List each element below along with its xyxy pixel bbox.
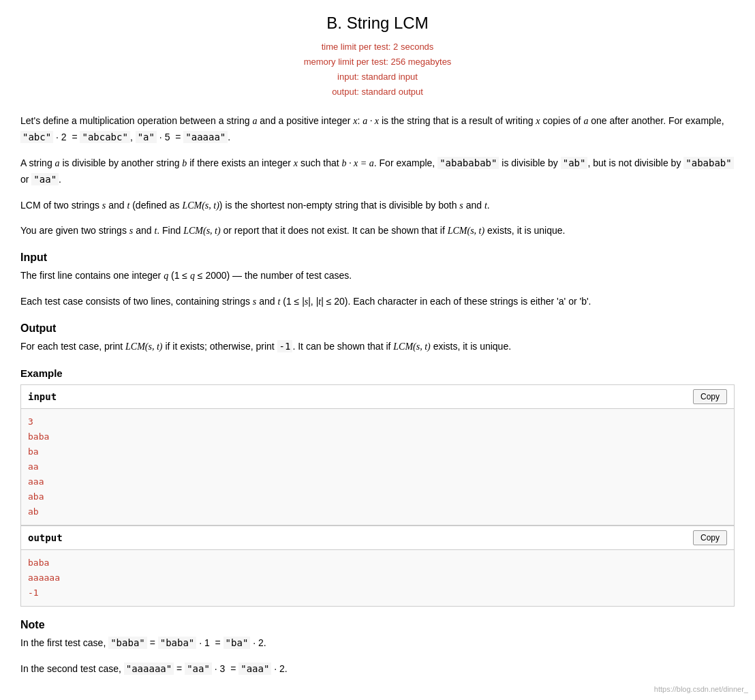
problem-meta: time limit per test: 2 seconds memory li… — [20, 40, 735, 100]
minus-one: -1 — [277, 340, 293, 352]
time-limit: time limit per test: 2 seconds — [20, 40, 735, 55]
note-line-2: In the second test case, "aaaaaa" = "aa"… — [20, 661, 735, 678]
formula-bxa: b · x = a — [342, 158, 374, 168]
formula-lcm2: LCM(s, t) — [183, 226, 220, 236]
formula-lcm4: LCM(s, t) — [125, 341, 162, 352]
memory-limit: memory limit per test: 256 megabytes — [20, 55, 735, 70]
output-content: baba aaaaaa -1 — [21, 550, 734, 606]
var-t5: t — [318, 296, 321, 307]
note-baba2: "baba" — [158, 637, 197, 649]
note-aa: "aa" — [185, 663, 212, 675]
output-label: output — [28, 532, 63, 543]
var-s2: s — [459, 200, 463, 211]
copy-output-button[interactable]: Copy — [693, 530, 727, 545]
var-x3: x — [294, 158, 298, 168]
input-type: input: standard input — [20, 70, 735, 85]
var-q2: q — [190, 271, 195, 281]
var-a: a — [252, 116, 257, 126]
input-header: input Copy — [21, 385, 734, 409]
example-aaaaa: "aaaaa" — [183, 131, 228, 143]
page-title: B. String LCM — [20, 14, 735, 33]
paragraph-1: Let's define a multiplication operation … — [20, 113, 735, 146]
example-abcabc: "abcabc" — [80, 131, 129, 143]
example-title: Example — [20, 367, 735, 379]
output-type: output: standard output — [20, 85, 735, 100]
formula-ax: a · x — [363, 116, 379, 126]
note-title: Note — [20, 619, 735, 631]
input-section-title: Input — [20, 252, 735, 264]
var-t4: t — [277, 296, 280, 307]
input-text-2: Each test case consists of two lines, co… — [20, 294, 735, 310]
var-t2: t — [484, 200, 487, 211]
var-a3: a — [55, 158, 60, 168]
note-aaaaaa1: "aaaaaa" — [124, 663, 174, 675]
var-t3: t — [154, 226, 157, 236]
example-ab: "ab" — [561, 157, 588, 169]
paragraph-4: You are given two strings s and t. Find … — [20, 223, 735, 239]
var-s5: s — [305, 296, 308, 307]
output-block: output Copy baba aaaaaa -1 — [20, 526, 735, 607]
formula-lcm5: LCM(s, t) — [393, 341, 430, 352]
input-block: input Copy 3 baba ba aa aaa aba ab — [20, 384, 735, 526]
var-q: q — [164, 271, 168, 281]
example-abababab: "abababab" — [437, 157, 499, 169]
var-x2: x — [536, 116, 540, 126]
formula-lcm3: LCM(s, t) — [448, 226, 484, 236]
example-abc: "abc" — [20, 131, 53, 143]
example-aa: "aa" — [31, 173, 59, 185]
note-line-1: In the first test case, "baba" = "baba" … — [20, 635, 735, 652]
example-a: "a" — [136, 131, 157, 143]
output-header: output Copy — [21, 526, 734, 550]
formula-lcm1: LCM(s, t) — [182, 200, 219, 211]
watermark: https://blog.csdn.net/dinner_ — [654, 685, 748, 693]
var-x: x — [353, 116, 357, 126]
var-s4: s — [253, 296, 256, 307]
note-baba1: "baba" — [108, 637, 147, 649]
paragraph-3: LCM of two strings s and t (defined as L… — [20, 198, 735, 214]
output-section-title: Output — [20, 322, 735, 335]
paragraph-2: A string a is divisible by another strin… — [20, 155, 735, 188]
var-a2: a — [583, 116, 588, 126]
var-t: t — [127, 200, 129, 211]
copy-input-button[interactable]: Copy — [693, 389, 727, 404]
note-aaa: "aaa" — [238, 663, 271, 675]
output-text: For each test case, print LCM(s, t) if i… — [20, 339, 735, 355]
var-s: s — [102, 200, 106, 211]
input-label: input — [28, 391, 57, 402]
input-text-1: The first line contains one integer q (1… — [20, 268, 735, 284]
example-ababab: "ababab" — [683, 157, 733, 169]
var-s3: s — [129, 226, 133, 236]
note-ba: "ba" — [224, 637, 251, 649]
input-content: 3 baba ba aa aaa aba ab — [21, 409, 734, 526]
var-b: b — [182, 158, 187, 168]
